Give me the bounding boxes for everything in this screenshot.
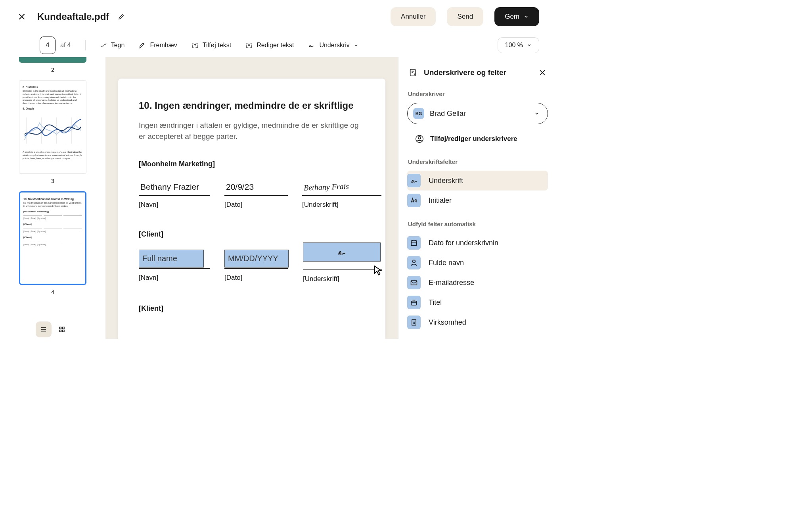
list-icon [40,326,47,333]
person-icon [415,135,424,143]
field-signature[interactable]: Underskrift [407,171,548,190]
field-sign-date[interactable]: Dato for underskrivnin [407,233,548,253]
tool-add-text[interactable]: Tilføj tekst [192,42,231,49]
tool-sign[interactable]: Underskriv [308,42,358,49]
add-text-icon [192,42,199,49]
panel-icon [409,68,417,77]
draw-icon [100,42,107,49]
thumbnail-label: 2 [19,67,86,73]
tool-highlight[interactable]: Fremhæv [139,42,177,49]
signature-field[interactable] [303,242,381,262]
chevron-down-icon [534,111,540,116]
section-sigfields: Underskriftsfelter [407,158,548,165]
party1-signature: Bethany Frais [302,179,381,196]
svg-point-18 [413,260,416,263]
initials-icon [410,196,418,204]
field-title[interactable]: Titel [407,292,548,312]
highlight-icon [139,42,146,49]
svg-rect-10 [59,327,61,329]
signature-icon [337,247,347,257]
avatar: BG [413,108,424,119]
building-icon [410,318,418,326]
save-button[interactable]: Gem [494,7,539,26]
thumbnail-page-2[interactable] [19,57,86,63]
page-number-input[interactable] [40,37,56,54]
calendar-icon [410,239,418,247]
thumbnail-label: 3 [19,178,86,184]
svg-point-15 [418,137,421,139]
signers-panel: Underskrivere og felter Underskriver BG … [398,57,557,339]
close-panel-icon[interactable] [538,69,546,77]
doc-body: Ingen ændringer i aftalen er gyldige, me… [139,120,361,142]
doc-heading: 10. Ingen ændringer, medmindre de er skr… [139,100,365,111]
svg-rect-12 [59,330,61,332]
signature-icon [410,177,418,185]
thumbnail-sidebar: 2 8. Statistics Statistics is the study … [0,57,105,339]
svg-rect-11 [63,327,65,329]
send-button[interactable]: Send [447,7,483,26]
party1-label: [Moonhelm Marketing] [139,160,365,168]
svg-rect-21 [412,319,416,325]
view-grid-button[interactable] [54,321,70,337]
person-icon [410,259,418,267]
sign-icon [308,42,315,49]
party1-name: Bethany Frazier [139,179,210,196]
tool-draw[interactable]: Tegn [100,42,125,49]
view-list-button[interactable] [36,321,52,337]
section-signer: Underskriver [407,90,548,97]
zoom-select[interactable]: 100 % [498,37,539,53]
svg-rect-17 [411,241,416,246]
close-icon[interactable] [17,12,26,21]
chevron-down-icon [523,14,529,19]
thumbnail-chart [23,113,83,148]
thumbnail-label: 4 [19,289,86,295]
tool-edit-text[interactable]: Rediger tekst [245,42,294,49]
thumbnail-page-4[interactable]: 10. No Modifications Unless in Writing N… [19,191,86,285]
field-initials[interactable]: Initialer [407,190,548,210]
cursor-icon [373,265,384,276]
thumbnail-page-3[interactable]: 8. Statistics Statistics is the study an… [19,80,86,174]
page-total: af 4 [60,42,71,49]
party2-label: [Client] [139,230,365,239]
field-email[interactable]: E-mailadresse [407,273,548,292]
panel-title: Underskrivere og felter [424,68,532,77]
party3-label: [Klient] [139,304,365,313]
edit-title-icon[interactable] [118,13,125,20]
grid-icon [58,326,65,333]
edit-text-icon [245,42,253,49]
svg-rect-19 [411,281,417,285]
document-page[interactable]: 10. Ingen ændringer, medmindre de er skr… [118,79,385,339]
chevron-down-icon [354,43,358,48]
signer-select[interactable]: BG Brad Gellar [407,103,548,124]
section-autofill: Udfyld felter automatisk [407,221,548,227]
chevron-down-icon [527,43,532,48]
party1-date: 20/9/23 [224,179,288,196]
field-fullname[interactable]: Fulde navn [407,253,548,273]
document-canvas: 10. Ingen ændringer, medmindre de er skr… [105,57,398,339]
mail-icon [410,279,418,287]
svg-rect-20 [411,301,416,305]
add-signer-button[interactable]: Tilføj/rediger underskrivere [407,131,548,146]
field-company[interactable]: Virksomhed [407,312,548,332]
briefcase-icon [410,298,418,306]
cancel-button[interactable]: Annuller [391,7,436,26]
svg-rect-13 [63,330,65,332]
date-field[interactable]: MM/DD/YYYY [224,250,289,267]
fullname-field[interactable]: Full name [139,250,204,267]
document-title: Kundeaftale.pdf [37,11,109,22]
